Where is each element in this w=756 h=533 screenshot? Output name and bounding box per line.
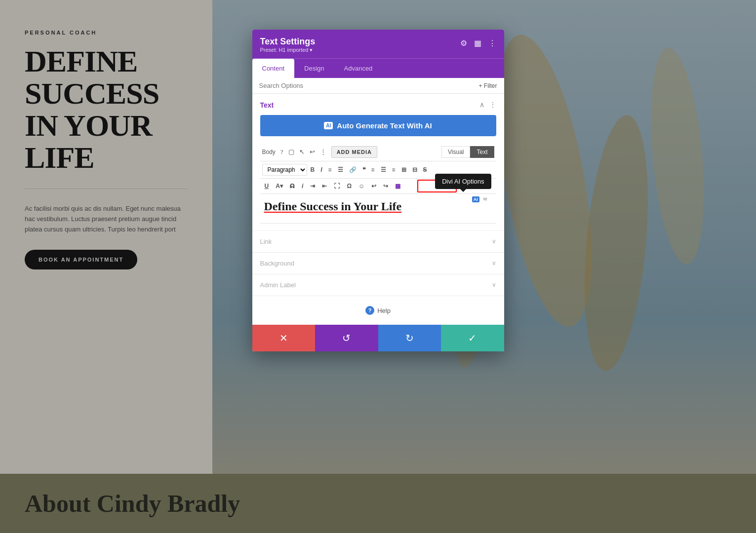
admin-label-chevron-icon: ∨ bbox=[492, 281, 496, 289]
editor-content[interactable]: Define Success in Your Life bbox=[260, 194, 496, 224]
redo2-btn[interactable]: ↪ bbox=[381, 181, 391, 191]
more-toolbar-icon[interactable]: ⋮ bbox=[320, 148, 326, 156]
section-more-icon[interactable]: ⋮ bbox=[489, 101, 496, 109]
admin-label-section: Admin Label ∨ bbox=[252, 274, 504, 296]
emoji-btn[interactable]: ☺ bbox=[356, 181, 367, 191]
help-icon[interactable]: ? bbox=[280, 148, 283, 156]
purple-icon-btn[interactable]: ▦ bbox=[393, 181, 403, 191]
redo-button[interactable]: ↻ bbox=[378, 325, 441, 351]
panel-title-group: Text Settings Preset: H1 imported ▾ bbox=[260, 37, 316, 53]
action-bar: ✕ ↺ ↻ ✓ bbox=[252, 325, 504, 351]
table-button[interactable]: ⊞ bbox=[399, 165, 409, 175]
tab-content[interactable]: Content bbox=[252, 59, 295, 78]
format-toolbar-row2: U A▾ Ω̶ i ⇥ ⇤ ⛶ Ω ☺ ↩ ↪ ▦ Divi A bbox=[260, 179, 496, 194]
divi-ai-options-popup[interactable]: Divi AI Options bbox=[435, 174, 491, 189]
text-section: Text ∧ ⋮ AI Auto Generate Text With AI B… bbox=[252, 94, 504, 231]
tab-design[interactable]: Design bbox=[294, 59, 334, 78]
search-input[interactable] bbox=[259, 82, 479, 89]
cursor-icon[interactable]: ↖ bbox=[299, 148, 305, 156]
outdent-btn[interactable]: ⇤ bbox=[319, 181, 329, 191]
color-button[interactable]: A▾ bbox=[273, 181, 285, 191]
save-button[interactable]: ✓ bbox=[441, 325, 504, 351]
ai-badge: AI bbox=[324, 122, 333, 129]
help-label: Help bbox=[377, 307, 391, 314]
editor-text[interactable]: Define Success in Your Life bbox=[264, 200, 402, 213]
align-right-button[interactable]: ≡ bbox=[390, 165, 398, 175]
collapse-icon[interactable]: ∧ bbox=[479, 101, 484, 109]
panel-header-icons: ⚙ ▦ ⋮ bbox=[460, 37, 496, 48]
undo-toolbar-icon[interactable]: ↩ bbox=[310, 148, 315, 156]
divi-ai-popup-actions: AI ≈ bbox=[472, 195, 487, 203]
undo2-btn[interactable]: ↩ bbox=[369, 181, 379, 191]
bold-button[interactable]: B bbox=[308, 165, 318, 175]
italic2-button[interactable]: i bbox=[299, 181, 306, 191]
admin-label-title: Admin Label bbox=[260, 281, 296, 289]
tab-advanced[interactable]: Advanced bbox=[334, 59, 383, 78]
quote-button[interactable]: ❝ bbox=[360, 165, 368, 175]
link-chevron-icon: ∨ bbox=[492, 238, 496, 245]
divi-ai-popup-label: Divi AI Options bbox=[442, 178, 484, 185]
indent-btn[interactable]: ⇥ bbox=[308, 181, 318, 191]
link-section-header[interactable]: Link ∨ bbox=[260, 238, 496, 245]
background-section-header[interactable]: Background ∨ bbox=[260, 260, 496, 267]
align-left-button[interactable]: ≡ bbox=[369, 165, 377, 175]
section-title: Text bbox=[260, 101, 274, 109]
clear-format-button[interactable]: Ω̶ bbox=[287, 181, 297, 191]
editor-toolbar-top: Body ? ▢ ↖ ↩ ⋮ ADD MEDIA Visual Text bbox=[260, 143, 496, 161]
block-icon[interactable]: ▢ bbox=[288, 148, 294, 156]
italic-button[interactable]: I bbox=[318, 165, 324, 175]
reset-button[interactable]: ↺ bbox=[315, 325, 378, 351]
body-label: Body bbox=[262, 149, 276, 155]
layout-icon[interactable]: ▦ bbox=[474, 38, 481, 48]
strike-button[interactable]: S bbox=[421, 165, 430, 175]
ol-button[interactable]: ☰ bbox=[335, 165, 346, 175]
special-chars-btn[interactable]: Ω bbox=[344, 181, 354, 191]
settings-panel: Text Settings Preset: H1 imported ▾ ⚙ ▦ … bbox=[252, 30, 504, 351]
tab-text[interactable]: Text bbox=[470, 146, 494, 158]
section-header: Text ∧ ⋮ bbox=[260, 101, 496, 109]
panel-preset[interactable]: Preset: H1 imported ▾ bbox=[260, 47, 316, 53]
help-section: ? Help bbox=[252, 296, 504, 325]
ai-inline-badge[interactable]: AI bbox=[472, 196, 479, 202]
link-section: Link ∨ bbox=[252, 231, 504, 253]
more-options-icon[interactable]: ⋮ bbox=[488, 38, 496, 48]
filter-button[interactable]: + Filter bbox=[478, 82, 497, 89]
panel-tabs: Content Design Advanced bbox=[252, 58, 504, 78]
add-media-button[interactable]: ADD MEDIA bbox=[331, 146, 377, 158]
help-button[interactable]: ? Help bbox=[365, 306, 391, 315]
background-section: Background ∨ bbox=[252, 253, 504, 274]
ul-button[interactable]: ≡ bbox=[326, 165, 334, 175]
background-title: Background bbox=[260, 260, 294, 267]
link-button[interactable]: 🔗 bbox=[347, 165, 359, 175]
fullscreen-btn[interactable]: ⛶ bbox=[331, 181, 342, 191]
section-header-icons: ∧ ⋮ bbox=[479, 101, 496, 109]
align-center-button[interactable]: ☰ bbox=[378, 165, 389, 175]
ai-btn-label: Auto Generate Text With AI bbox=[337, 121, 432, 130]
visual-text-tabs: Visual Text bbox=[441, 146, 494, 158]
tab-visual[interactable]: Visual bbox=[441, 146, 470, 158]
settings-icon[interactable]: ⚙ bbox=[460, 38, 467, 48]
underline-button[interactable]: U bbox=[262, 181, 272, 191]
ai-generate-button[interactable]: AI Auto Generate Text With AI bbox=[260, 115, 496, 136]
background-chevron-icon: ∨ bbox=[492, 260, 496, 267]
grid-button[interactable]: ⊟ bbox=[410, 165, 420, 175]
panel-body: + Filter Text ∧ ⋮ AI Auto Generate Text … bbox=[252, 78, 504, 325]
paragraph-select[interactable]: Paragraph bbox=[262, 164, 307, 176]
cancel-button[interactable]: ✕ bbox=[252, 325, 316, 351]
link-title: Link bbox=[260, 238, 272, 245]
panel-header: Text Settings Preset: H1 imported ▾ ⚙ ▦ … bbox=[252, 30, 504, 58]
search-bar: + Filter bbox=[252, 78, 504, 94]
modal-overlay: Text Settings Preset: H1 imported ▾ ⚙ ▦ … bbox=[0, 0, 756, 533]
help-icon-circle: ? bbox=[365, 306, 374, 315]
admin-label-section-header[interactable]: Admin Label ∨ bbox=[260, 281, 496, 289]
layers-icon[interactable]: ≈ bbox=[483, 195, 487, 203]
panel-title: Text Settings bbox=[260, 37, 316, 47]
